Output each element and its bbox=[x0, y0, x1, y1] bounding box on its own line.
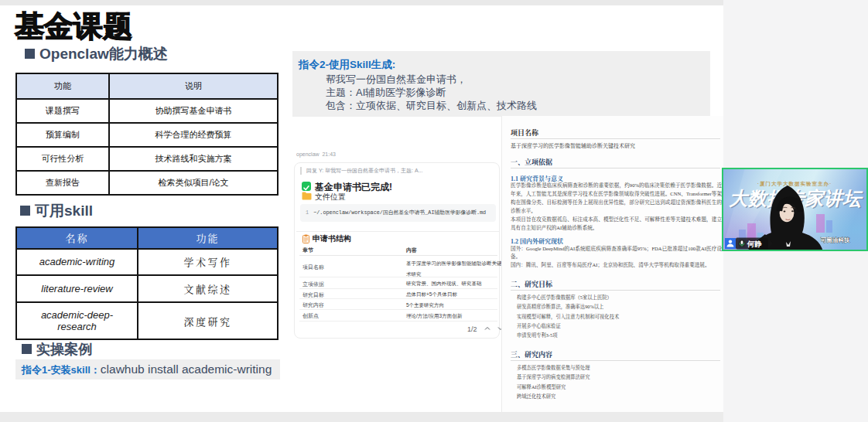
svg-text:·厦门大学大数据实验室主办·: ·厦门大学大数据实验室主办· bbox=[757, 181, 832, 187]
svg-text:可留油科技: 可留油科技 bbox=[820, 237, 850, 243]
svg-text:何静: 何静 bbox=[747, 240, 763, 248]
